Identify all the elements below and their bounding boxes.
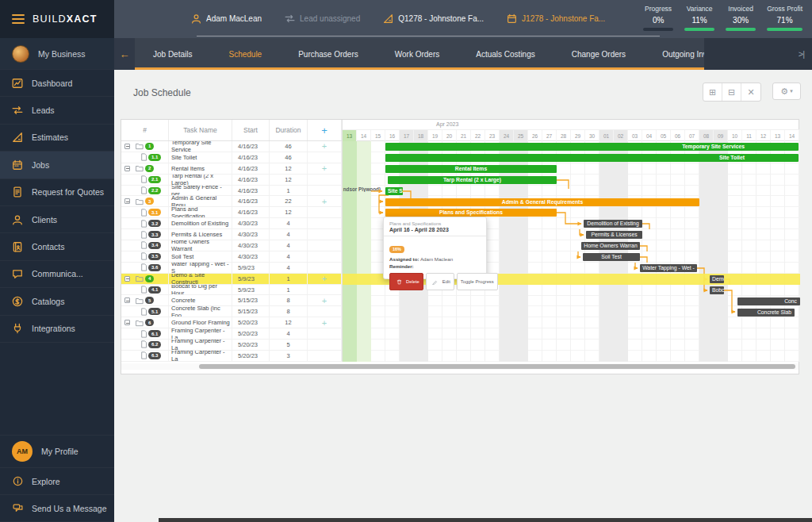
add-subtask-cell[interactable]: + [308,295,342,305]
weekend-column [614,141,628,362]
task-number-badge: 2.1 [148,176,161,183]
topbar-item[interactable]: Adam MacLean [190,13,262,24]
task-row[interactable]: 3.3Permits & Licenses4/30/234 [121,229,342,240]
stat-label: Gross Profit [767,5,802,13]
add-subtask-cell[interactable]: + [308,317,342,328]
settings-button[interactable]: ⚙ ▾ [772,83,801,100]
sidebar-item-integrations[interactable]: Integrations [0,316,114,343]
day-header-cell: 13 [343,130,357,141]
task-row[interactable]: 3.1Plans and Specification4/16/2312 [121,207,342,218]
topbar-item[interactable]: Lead unassigned [284,13,360,24]
gantt-bar[interactable]: Bobc [710,286,724,294]
sidebar-item-my-business[interactable]: My Business [0,38,114,70]
task-row[interactable]: 3.6Water Tapping - Wet - S5/9/234 [121,263,342,274]
toggle-progress-button[interactable]: Toggle Progress [457,273,498,290]
sidebar-item-contacts[interactable]: Contacts [0,233,114,260]
task-start-cell: 4/16/23 [232,163,270,174]
task-num-cell: 4.1 [121,285,169,295]
tab-overflow-icon[interactable]: >| [799,49,804,59]
task-duration-cell: 12 [270,317,308,328]
collapse-row-icon[interactable] [124,276,130,282]
zoom-out-button[interactable]: ⊟ [722,83,741,101]
collapse-row-icon[interactable] [124,144,130,149]
task-row[interactable]: 1.1Site Toilet4/16/2346 [121,152,342,163]
stat-value: 11% [684,16,714,25]
task-row[interactable]: 3.4Home Owners Warrant4/30/234 [121,240,342,251]
sidebar-item-communica-[interactable]: Communica... [0,261,114,288]
gantt-bar[interactable]: Plans and Specifications [385,209,557,217]
topbar-item[interactable]: Q1278 - Johnstone Fa... [382,13,484,24]
task-row[interactable]: 2.1Tarp Rental (2 x Large)4/16/2312 [121,175,342,186]
sidebar-item-label: Send Us a Message [32,504,107,513]
day-header-cell: 04 [642,130,657,141]
topbar-item[interactable]: J1278 - Johnstone Fa... [506,13,605,24]
task-row[interactable]: 6Ground Floor Framing5/20/2312+ [121,317,342,328]
tab-actuals-costings[interactable]: Actuals Costings [458,38,553,70]
sidebar-item-leads[interactable]: Leads [0,97,114,124]
zoom-in-button[interactable]: ⊞ [703,83,722,101]
gear-icon: ⚙ [780,86,788,97]
collapse-row-icon[interactable] [124,166,130,171]
sidebar-item-label: Leads [32,106,55,115]
add-subtask-cell[interactable]: + [308,141,342,152]
task-row[interactable]: 2.2Site Safety Fence - per4/16/231 [121,186,342,197]
gantt-bar[interactable]: Admin & General Requirements [385,198,699,206]
task-row[interactable]: 6.2Framing Carpenter - La5/20/235 [121,340,342,351]
scrollbar-thumb[interactable] [199,364,795,369]
gantt-bar[interactable]: Conc [737,297,800,305]
tab-work-orders[interactable]: Work Orders [377,38,458,70]
add-subtask-cell[interactable]: + [308,196,342,206]
add-subtask-cell[interactable]: + [308,274,342,284]
gantt-bar[interactable]: Temporary Site Services [385,143,799,151]
gantt-bar[interactable]: Tarp Rental (2 x Large) [388,176,557,184]
sidebar-item-catalogs[interactable]: Catalogs [0,288,114,315]
collapse-row-icon[interactable] [124,198,130,204]
tab-job-details[interactable]: Job Details [135,38,210,70]
add-subtask-cell[interactable]: + [308,163,342,174]
task-row[interactable]: 6.3Framing Carpenter - La5/20/233 [121,351,342,362]
tab-change-orders[interactable]: Change Orders [553,38,644,70]
gantt-bar[interactable]: Demolition of Existing [584,220,642,228]
task-row[interactable]: 6.1Framing Carpenter - La5/20/234 [121,328,342,340]
folder-icon [134,196,145,206]
delete-button[interactable]: Delete [389,273,423,290]
task-row[interactable]: 1Temporary Site Service4/16/2346+ [121,141,342,152]
sidebar-item-request-for-quotes[interactable]: Request for Quotes [0,179,114,206]
gantt-bar[interactable]: Site S [385,187,403,195]
task-row[interactable]: 3.2Demolition of Existing4/30/234 [121,218,342,229]
add-column-button[interactable]: + [308,120,342,140]
gantt-bar[interactable]: Concrete Slab [737,309,795,317]
sidebar-item-my-profile[interactable]: AM My Profile [0,435,114,468]
gantt-bar[interactable]: Permits & Licenses [586,231,642,239]
menu-icon[interactable] [12,12,25,26]
task-duration-cell: 4 [270,218,308,228]
task-name-cell: Tarp Rental (2 x Large) [169,175,232,185]
gantt-bar[interactable]: Water Tapping - Wet - [640,264,697,272]
tab-purchase-orders[interactable]: Purchase Orders [280,38,377,70]
task-row[interactable]: 4.1Bobcat to Dig per Hour5/9/231 [121,285,342,296]
sidebar-item-send-us-a-message[interactable]: Send Us a Message [0,495,114,522]
gantt-bar[interactable]: Rental Items [385,165,557,173]
sidebar-item-clients[interactable]: Clients [0,206,114,233]
task-row[interactable]: 5Concrete5/15/238+ [121,295,342,306]
gantt-bar[interactable]: Soil Test [583,253,640,261]
task-row[interactable]: 5.1Concrete Slab (inc Foo5/15/238 [121,306,342,317]
collapse-row-icon[interactable] [124,320,130,325]
task-row[interactable]: 2Rental Items4/16/2312+ [121,163,342,175]
task-row[interactable]: 3.5Soil Test4/30/234 [121,251,342,263]
collapse-tabs-button[interactable]: ← [114,38,135,70]
sidebar-item-explore[interactable]: Explore [0,468,114,495]
fit-screen-button[interactable]: ✕ [741,83,760,101]
edit-button[interactable]: Edit [426,273,454,290]
tab-schedule[interactable]: Schedule [210,38,280,70]
sidebar-item-dashboard[interactable]: Dashboard [0,70,114,97]
task-row[interactable]: 3Admin & General Requ4/16/2322+ [121,196,342,207]
sidebar-item-estimates[interactable]: Estimates [0,125,114,152]
gantt-bar[interactable]: Site Toilet [385,154,799,162]
gantt-bar[interactable]: Home Owners Warran [581,242,640,250]
folder-icon [134,317,145,328]
collapse-row-icon[interactable] [124,297,130,303]
gantt-bar[interactable]: Demo [710,275,724,283]
sidebar-item-jobs[interactable]: Jobs [0,152,114,178]
task-row[interactable]: 4Demo & Site Constructi5/9/231+ [121,274,342,285]
